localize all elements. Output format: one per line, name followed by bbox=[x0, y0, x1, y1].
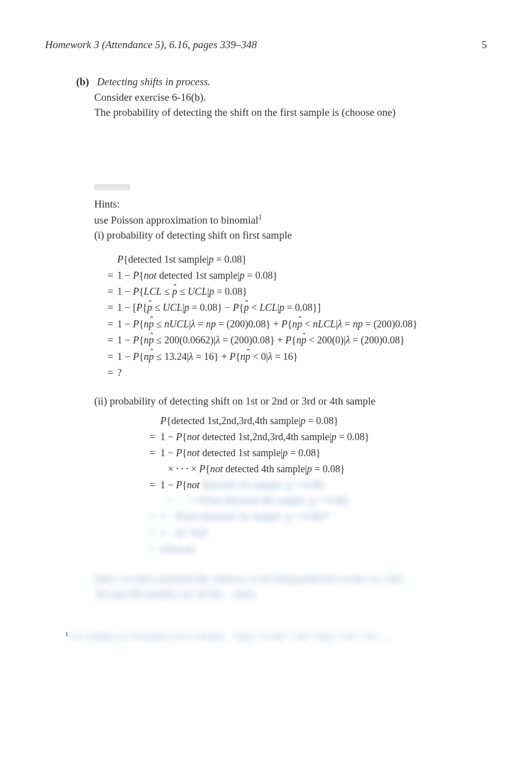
item-b-block: (b) Detecting shifts in process. Conside… bbox=[76, 74, 487, 120]
hints-line2: (i) probability of detecting shift on fi… bbox=[94, 228, 487, 243]
math-block-2: P{detected 1st,2nd,3rd,4th sample|p = 0.… bbox=[145, 414, 487, 557]
page-number: 5 bbox=[482, 37, 487, 52]
section-ii-label: (ii) probability of detecting shift on 1… bbox=[94, 394, 487, 409]
blurred-paragraph: Since we have assumed the chances of not… bbox=[94, 571, 487, 602]
footnote: 1For example, use Poisson(0.9,16) to cal… bbox=[65, 630, 487, 643]
item-line1: Consider exercise 6-16(b). bbox=[94, 90, 487, 105]
header-title: Homework 3 (Attendance 5), 6.16, pages 3… bbox=[45, 37, 257, 52]
page-content: Homework 3 (Attendance 5), 6.16, pages 3… bbox=[0, 0, 532, 673]
blurred-text: (choose) bbox=[160, 543, 195, 554]
redacted-bar bbox=[94, 184, 130, 190]
hints-line1: use Poisson approximation to binomial1 bbox=[94, 212, 487, 228]
hints-block: Hints: use Poisson approximation to bino… bbox=[94, 180, 487, 243]
math-block-1: P{detected 1st sample|p = 0.08} =1 − P{n… bbox=[102, 252, 487, 380]
hints-heading: Hints: bbox=[94, 197, 487, 212]
blurred-text: 1 − (0.732)⁴ bbox=[160, 527, 209, 538]
item-line2: The probability of detecting the shift o… bbox=[94, 105, 487, 120]
item-body: Consider exercise 6-16(b). The probabili… bbox=[94, 90, 487, 120]
item-title: Detecting shifts in process. bbox=[97, 76, 210, 88]
blurred-text: 1 − P{not detected 1st sample | p = 0.08… bbox=[160, 511, 329, 522]
item-label: (b) bbox=[76, 76, 89, 88]
blurred-text: × · · · × P{not detected 4th sample | p … bbox=[168, 495, 350, 506]
blurred-text: detected 1st sample | p = 0.08} bbox=[202, 479, 326, 490]
page-header: Homework 3 (Attendance 5), 6.16, pages 3… bbox=[45, 37, 487, 52]
